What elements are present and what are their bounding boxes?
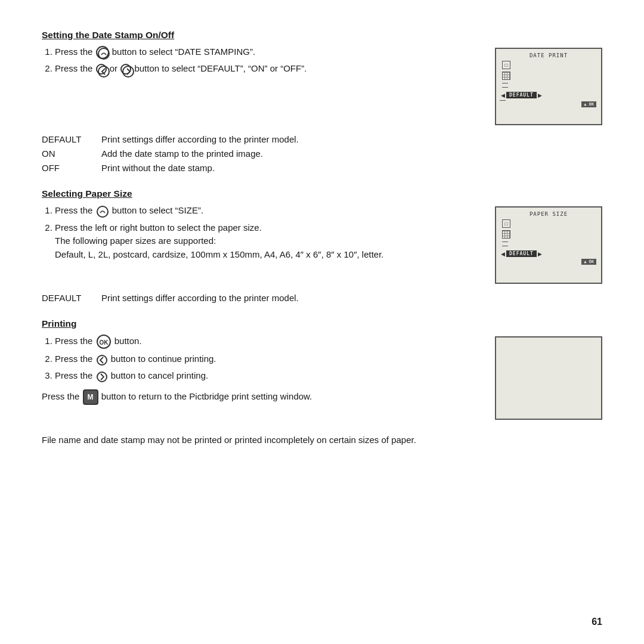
page-number: 61 <box>592 617 602 627</box>
lcd1-dash3 <box>500 100 506 101</box>
right-button-icon <box>120 64 131 75</box>
lcd1-icon1: □ <box>502 61 510 69</box>
def-on-desc: Add the date stamp to the printed image. <box>101 147 263 161</box>
printing-row: Press the OK button. Press the <box>42 334 602 420</box>
lcd2-dash2 <box>502 246 508 246</box>
menu-button-icon2 <box>96 205 109 218</box>
printing-step-2: Press the button to continue printing. <box>55 352 477 366</box>
lcd1-dash1 <box>502 83 508 83</box>
svg-point-1 <box>98 66 109 77</box>
ok-button-icon: OK <box>96 334 112 349</box>
lcd2-dash1 <box>502 242 508 242</box>
paper-size-content: Press the button to select “SIZE”. Press… <box>42 204 477 266</box>
lcd2-nav: ◀ DEFAULT ▶ <box>500 250 597 257</box>
printing-section: Printing Press the OK button. <box>42 318 602 420</box>
paper-size-lcd: PAPER SIZE □ ◀ DEFAULT ▶ <box>495 206 602 284</box>
printing-step-1: Press the OK button. <box>55 334 477 349</box>
lcd2-title: PAPER SIZE <box>500 211 597 217</box>
svg-point-2 <box>123 66 134 77</box>
svg-text:OK: OK <box>99 339 109 346</box>
lcd1-right-arrow: ▶ <box>538 92 542 98</box>
def-on: ON Add the date stamp to the printed ima… <box>42 147 602 161</box>
svg-point-0 <box>98 48 109 59</box>
date-stamp-title: Setting the Date Stamp On/Off <box>42 30 602 41</box>
paper-size-step-2: Press the left or right button to select… <box>55 221 477 262</box>
press-m-line: Press the M button to return to the Pict… <box>42 389 477 405</box>
paper-default-row: DEFAULT Print settings differ according … <box>42 291 602 305</box>
blank-lcd <box>495 336 602 420</box>
left-button-icon <box>96 64 107 75</box>
left-button-icon2 <box>96 353 108 367</box>
def-off-desc: Print without the date stamp. <box>101 161 215 175</box>
def-default-desc: Print settings differ according to the p… <box>101 132 299 147</box>
paper-size-row: Press the button to select “SIZE”. Press… <box>42 204 602 284</box>
menu-button-icon <box>96 46 109 59</box>
lcd2-nav-label: DEFAULT <box>506 250 537 257</box>
right-button-icon2 <box>96 370 108 383</box>
lcd2-icon2 <box>502 230 510 239</box>
date-stamp-row: Press the button to select “DATE STAMPIN… <box>42 45 602 125</box>
lcd1-title: DATE PRINT <box>500 52 597 58</box>
date-stamp-step-1: Press the button to select “DATE STAMPIN… <box>55 45 477 59</box>
paper-size-section: Selecting Paper Size Press the button to… <box>42 188 602 305</box>
printing-content: Press the OK button. Press the <box>42 334 477 408</box>
def-default-term: DEFAULT <box>42 132 83 147</box>
lcd1-left-arrow: ◀ <box>501 92 505 98</box>
svg-point-3 <box>97 206 108 217</box>
printing-step-3: Press the button to cancel printing. <box>55 369 477 383</box>
date-stamp-content: Press the button to select “DATE STAMPIN… <box>42 45 477 80</box>
m-button-icon: M <box>83 389 98 405</box>
date-stamp-steps: Press the button to select “DATE STAMPIN… <box>55 45 477 76</box>
printing-title: Printing <box>42 318 602 329</box>
lcd1-icons: □ <box>502 61 597 88</box>
svg-point-6 <box>97 355 107 365</box>
date-print-lcd: DATE PRINT □ ◀ DEFAULT ▶ <box>495 48 602 125</box>
def-on-term: ON <box>42 147 83 161</box>
paper-size-default-note: DEFAULT Print settings differ according … <box>42 291 602 305</box>
lcd2-ok-box: ▲ OK <box>581 259 596 265</box>
page: Setting the Date Stamp On/Off Press the … <box>0 0 644 644</box>
footer-note: File name and date stamp may not be prin… <box>42 433 602 447</box>
paper-size-steps: Press the button to select “SIZE”. Press… <box>55 204 477 261</box>
printing-steps: Press the OK button. Press the <box>55 334 477 383</box>
svg-point-7 <box>97 372 107 382</box>
def-off-term: OFF <box>42 161 83 175</box>
def-off: OFF Print without the date stamp. <box>42 161 602 175</box>
lcd1-nav: ◀ DEFAULT ▶ <box>500 92 597 98</box>
date-stamp-definitions: DEFAULT Print settings differ according … <box>42 132 602 175</box>
lcd2-icon1: □ <box>502 219 510 228</box>
lcd2-icons: □ <box>502 219 597 247</box>
date-stamp-section: Setting the Date Stamp On/Off Press the … <box>42 30 602 175</box>
lcd1-icon2 <box>502 72 510 80</box>
lcd2-right-arrow: ▶ <box>538 251 542 257</box>
date-stamp-step-2: Press the or <box>55 62 477 76</box>
lcd2-ok-row: ▲ OK <box>500 259 596 265</box>
paper-size-step-1: Press the button to select “SIZE”. <box>55 204 477 218</box>
paper-default-term: DEFAULT <box>42 291 83 305</box>
paper-size-title: Selecting Paper Size <box>42 188 602 199</box>
lcd2-left-arrow: ◀ <box>501 251 505 257</box>
paper-default-desc: Print settings differ according to the p… <box>101 291 299 305</box>
lcd1-dash2 <box>502 87 508 88</box>
lcd1-nav-label: DEFAULT <box>506 92 537 98</box>
def-default: DEFAULT Print settings differ according … <box>42 132 602 147</box>
lcd1-ok-row: ▲ OK <box>500 101 596 107</box>
lcd1-ok-box: ▲ OK <box>581 101 596 107</box>
